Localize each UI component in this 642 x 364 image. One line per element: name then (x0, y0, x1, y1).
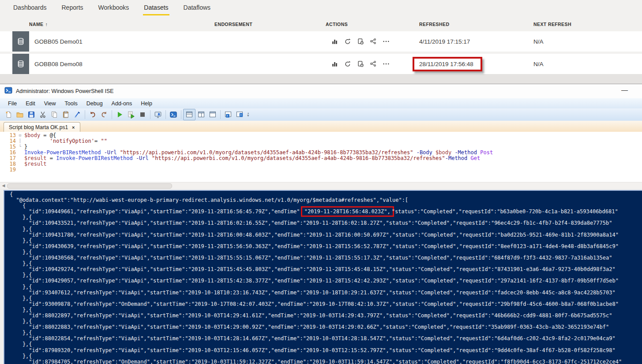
dataset-type-icon (12, 31, 29, 52)
dataset-row[interactable]: GOBB08 Demo0828/11/2019 17:56:48N/A (0, 54, 642, 74)
fold-guide (16, 150, 24, 156)
scroll-left-arrow-icon[interactable]: ◀ (1, 183, 6, 188)
tab-dashboards[interactable]: Dashboards (12, 0, 48, 15)
toolbar-separator (165, 110, 166, 119)
tab-reports[interactable]: Reports (61, 0, 84, 15)
open-script-icon[interactable] (14, 109, 26, 120)
toolbar-overflow-icon[interactable]: ▪▾ (247, 112, 249, 117)
show-script-pane-maximized-icon[interactable] (207, 109, 218, 120)
dataset-actions (331, 54, 390, 74)
show-script-pane-right-icon[interactable] (195, 109, 207, 120)
script-editor[interactable]: 13⊟$body = @{14│ 'notifyOption'= ""15└}1… (0, 132, 642, 183)
run-selection-icon[interactable] (125, 109, 137, 120)
new-script-icon[interactable] (3, 109, 14, 120)
dataset-actions (331, 31, 390, 52)
toolbar-separator (150, 110, 150, 119)
ise-menubar: FileEditViewToolsDebugAdd-onsHelp (0, 98, 642, 108)
paste-icon[interactable] (60, 109, 71, 120)
pbi-tab-bar: DashboardsReportsWorkbooksDatasetsDatafl… (12, 0, 211, 16)
powershell-ise-window: Administrator: Windows PowerShell ISE — … (0, 84, 642, 364)
toolbar-separator (181, 110, 181, 119)
toolbar-separator (112, 110, 112, 119)
script-tab-label: Script blog Marta OK.ps1 (9, 124, 68, 130)
undo-icon[interactable] (87, 109, 98, 120)
refresh-now-icon[interactable] (344, 60, 351, 68)
dataset-name[interactable]: GOBB08 Demo08 (34, 54, 83, 74)
tab-dataflows[interactable]: Dataflows (183, 0, 211, 15)
tab-datasets[interactable]: Datasets (143, 0, 169, 15)
menu-edit[interactable]: Edit (21, 100, 40, 108)
sort-ascending-icon: ↑ (45, 22, 48, 27)
close-tab-icon[interactable]: × (72, 125, 75, 130)
code-text: 'notifyOption'= "" (24, 138, 107, 144)
powershell-console-output[interactable]: { "@odata.context":"http://wabi-west-eur… (4, 190, 642, 364)
schedule-refresh-icon[interactable] (357, 38, 364, 45)
next-refresh-cell: N/A (533, 54, 544, 74)
code-line: 18$result (0, 161, 642, 167)
fold-collapse-icon[interactable]: ⊟ (16, 133, 24, 138)
column-header-refreshed: REFRESHED (419, 22, 449, 27)
start-powershell-icon[interactable] (168, 109, 179, 120)
analyze-report-icon[interactable] (331, 60, 338, 68)
show-script-pane-top-icon[interactable] (183, 109, 195, 120)
clear-console-icon[interactable] (71, 109, 83, 120)
toolbar-separator (220, 110, 221, 119)
menu-help[interactable]: Help (136, 100, 157, 108)
fold-guide (16, 156, 24, 161)
more-options-icon[interactable] (382, 60, 390, 68)
dataset-row[interactable]: GOBB05 Demo014/11/2019 17:15:17N/A (0, 31, 642, 52)
menu-addons[interactable]: Add-ons (107, 100, 137, 108)
refresh-now-icon[interactable] (344, 38, 351, 45)
close-powershell-tab-icon[interactable] (234, 109, 245, 120)
line-number: 19 (0, 167, 16, 173)
menu-file[interactable]: File (4, 100, 21, 108)
save-icon[interactable] (26, 109, 37, 120)
fold-guide: └ (16, 144, 24, 150)
copy-icon[interactable] (49, 109, 60, 120)
ise-toolbar: ▪▾ (0, 108, 642, 121)
column-header-name[interactable]: NAME↑ (29, 22, 48, 27)
column-header-actions: ACTIONS (326, 22, 348, 27)
column-header-endorsement: ENDORSEMENT (214, 22, 252, 27)
column-header-next-refresh: NEXT REFRESH (533, 22, 571, 27)
powerbi-workspace: DashboardsReportsWorkbooksDatasetsDatafl… (0, 0, 642, 74)
refreshed-cell: 28/11/2019 17:56:48 (419, 54, 482, 74)
tab-workbooks[interactable]: Workbooks (98, 0, 130, 15)
cut-icon[interactable] (37, 109, 49, 120)
next-refresh-cell: N/A (533, 31, 544, 52)
refreshed-cell: 4/11/2019 17:15:17 (419, 31, 470, 52)
highlighted-refreshed-value: 28/11/2019 17:56:48 (413, 57, 482, 71)
menu-debug[interactable]: Debug (82, 100, 107, 108)
more-options-icon[interactable] (382, 38, 390, 45)
code-text: $result (24, 161, 47, 167)
stop-operation-icon[interactable] (137, 109, 148, 120)
powershell-window-icon (4, 86, 12, 96)
code-line: 17$result = Invoke-PowerBIRestMethod -Ur… (0, 156, 642, 161)
share-icon[interactable] (369, 60, 377, 68)
scrollbar-thumb[interactable] (7, 183, 172, 189)
fold-guide: │ (16, 138, 24, 144)
menu-view[interactable]: View (40, 100, 60, 108)
minimize-button[interactable]: — (621, 86, 628, 93)
new-powershell-tab-icon[interactable] (222, 109, 234, 120)
menu-tools[interactable]: Tools (60, 100, 82, 108)
dataset-name[interactable]: GOBB05 Demo01 (34, 31, 83, 52)
dataset-type-icon (12, 54, 29, 74)
fold-guide (16, 167, 24, 173)
new-remote-powershell-tab-icon[interactable] (152, 109, 164, 120)
code-text: $result = Invoke-PowerBIRestMethod -Url … (24, 156, 480, 161)
redo-icon[interactable] (98, 109, 110, 120)
toolbar-separator (85, 110, 85, 119)
script-tab[interactable]: Script blog Marta OK.ps1 × (4, 122, 80, 132)
pbi-table-header: NAME↑ENDORSEMENTACTIONSREFRESHEDNEXT REF… (0, 19, 642, 31)
editor-horizontal-scrollbar[interactable]: ◀ (0, 182, 642, 189)
highlighted-endtime-value: "2019-11-28T16:56:48.023Z", (301, 206, 394, 217)
run-script-icon[interactable] (114, 109, 125, 120)
ise-script-tabstrip: Script blog Marta OK.ps1 × (0, 121, 642, 132)
screen: DashboardsReportsWorkbooksDatasetsDatafl… (0, 0, 642, 364)
share-icon[interactable] (369, 38, 377, 45)
analyze-report-icon[interactable] (331, 38, 338, 45)
schedule-refresh-icon[interactable] (357, 60, 364, 68)
window-title: Administrator: Windows PowerShell ISE (16, 88, 114, 94)
code-line: 14│ 'notifyOption'= "" (0, 138, 642, 144)
